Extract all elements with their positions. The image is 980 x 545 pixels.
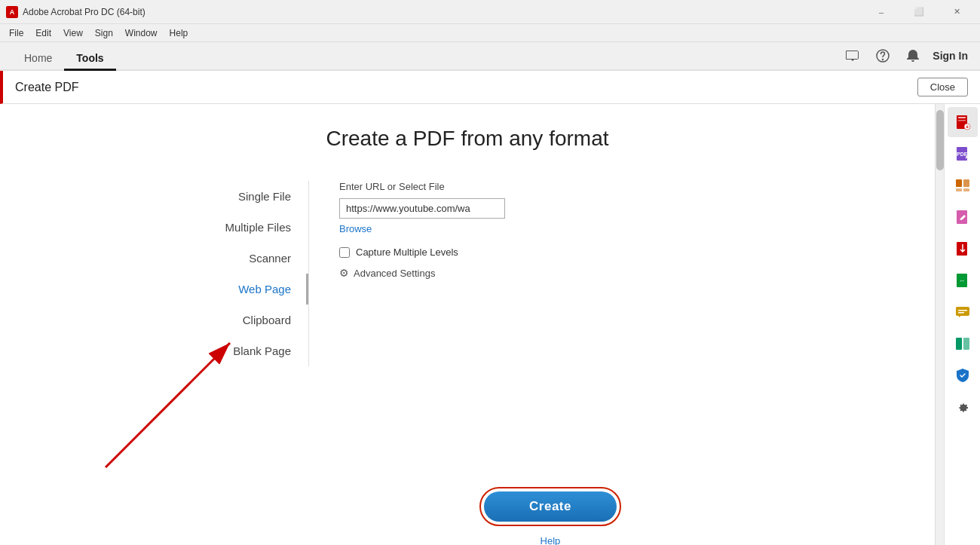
create-panel: Single File Multiple Files Scanner Web P… <box>128 181 807 366</box>
advanced-settings-row[interactable]: ⚙ Advanced Settings <box>339 267 761 279</box>
menu-help[interactable]: Help <box>164 26 194 40</box>
menu-sign[interactable]: Sign <box>89 26 119 40</box>
svg-rect-19 <box>958 312 964 314</box>
window-controls: – ⬜ ✕ <box>864 0 974 24</box>
rt-compress-button[interactable]: ↔ <box>948 265 978 295</box>
nav-single-file[interactable]: Single File <box>143 181 308 212</box>
svg-rect-3 <box>958 117 966 118</box>
content-area: Create a PDF from any format Single File… <box>0 104 935 545</box>
maximize-button[interactable]: ⬜ <box>902 0 936 24</box>
scrollbar[interactable] <box>935 104 944 545</box>
svg-rect-12 <box>963 188 969 191</box>
rt-edit-pdf-button[interactable] <box>948 202 978 232</box>
help-link[interactable]: Help <box>541 535 561 545</box>
rt-create-pdf-button[interactable]: + <box>948 107 978 137</box>
svg-rect-18 <box>958 310 967 311</box>
rt-export-pdf-button[interactable]: PDF <box>948 139 978 169</box>
nav-blank-page[interactable]: Blank Page <box>143 335 308 366</box>
rt-compare-button[interactable] <box>948 329 978 359</box>
menu-bar: File Edit View Sign Window Help <box>0 24 980 42</box>
svg-rect-9 <box>956 179 962 187</box>
chat-icon-button[interactable] <box>842 45 863 66</box>
tab-home[interactable]: Home <box>12 47 64 71</box>
svg-rect-14 <box>957 242 967 256</box>
right-toolbar: + PDF ↔ <box>944 104 980 545</box>
menu-edit[interactable]: Edit <box>29 26 57 40</box>
advanced-settings-link: Advanced Settings <box>354 268 435 279</box>
svg-rect-4 <box>958 120 966 121</box>
minimize-button[interactable]: – <box>864 0 899 24</box>
rt-more-settings-button[interactable] <box>948 392 978 422</box>
menu-file[interactable]: File <box>3 26 29 40</box>
toolbar: Create PDF Close <box>0 71 980 104</box>
scrollbar-thumb <box>936 110 944 170</box>
toolbar-title: Create PDF <box>15 81 917 94</box>
app-icon: A <box>6 6 18 18</box>
app-title: Adobe Acrobat Pro DC (64-bit) <box>23 7 864 17</box>
main-content: Create a PDF from any format Single File… <box>0 104 980 545</box>
tab-tools[interactable]: Tools <box>64 47 115 71</box>
sign-in-button[interactable]: Sign In <box>933 50 968 62</box>
svg-rect-21 <box>963 338 969 350</box>
menu-window[interactable]: Window <box>119 26 164 40</box>
right-panel: Enter URL or Select File Browse Capture … <box>309 181 792 366</box>
rt-organize-pages-button[interactable] <box>948 170 978 201</box>
svg-text:+: + <box>965 124 968 130</box>
page-heading: Create a PDF from any format <box>326 127 608 151</box>
nav-multiple-files[interactable]: Multiple Files <box>143 212 308 243</box>
capture-levels-label: Capture Multiple Levels <box>356 246 458 258</box>
notifications-icon-button[interactable] <box>902 45 923 66</box>
rt-comment-button[interactable] <box>948 297 978 327</box>
nav-web-page[interactable]: Web Page <box>143 274 308 305</box>
create-button[interactable]: Create <box>484 491 617 522</box>
nav-tabs: Home Tools Sign In <box>0 42 980 71</box>
rt-protect-button[interactable] <box>948 360 978 390</box>
svg-rect-20 <box>956 338 962 350</box>
field-label: Enter URL or Select File <box>339 181 761 192</box>
left-nav: Single File Multiple Files Scanner Web P… <box>143 181 309 366</box>
capture-levels-row: Capture Multiple Levels <box>339 246 761 258</box>
create-btn-wrapper: Create <box>479 487 621 526</box>
title-bar: A Adobe Acrobat Pro DC (64-bit) – ⬜ ✕ <box>0 0 980 24</box>
menu-view[interactable]: View <box>57 26 89 40</box>
help-icon-button[interactable] <box>872 45 893 66</box>
svg-point-1 <box>883 60 884 60</box>
create-button-area: Create Help <box>314 487 621 545</box>
browse-link[interactable]: Browse <box>339 223 761 234</box>
svg-rect-10 <box>963 179 969 187</box>
svg-rect-11 <box>956 188 962 191</box>
rt-export2-button[interactable] <box>948 234 978 264</box>
capture-levels-checkbox[interactable] <box>339 247 350 258</box>
nav-scanner[interactable]: Scanner <box>143 243 308 274</box>
nav-clipboard[interactable]: Clipboard <box>143 305 308 335</box>
url-input[interactable] <box>339 198 505 219</box>
close-button[interactable]: ✕ <box>939 0 974 24</box>
svg-text:↔: ↔ <box>959 277 965 284</box>
gear-icon: ⚙ <box>339 267 349 279</box>
close-tool-button[interactable]: Close <box>917 78 968 96</box>
